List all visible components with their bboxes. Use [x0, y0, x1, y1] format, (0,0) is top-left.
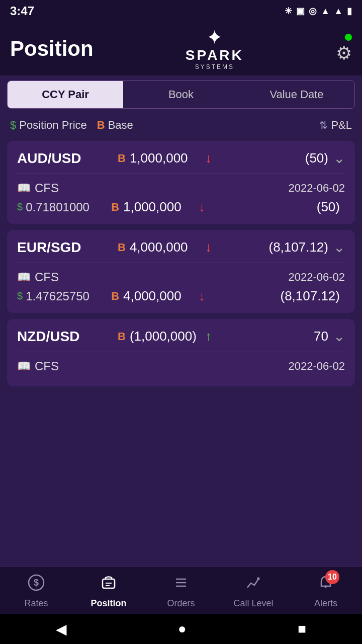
- nav-alerts[interactable]: 10 Alerts: [290, 574, 362, 609]
- book-icon: 📖: [17, 182, 31, 195]
- nav-call-level[interactable]: Call Level: [217, 574, 290, 609]
- base-pnl: (50): [317, 199, 340, 215]
- logo-name: SPARK: [186, 47, 244, 63]
- base-badge-2: B: [111, 201, 119, 214]
- logo: ✦ SPARK SYSTEMS: [186, 27, 244, 70]
- base-amount: 1,000,000: [123, 199, 194, 215]
- logo-subtitle: SYSTEMS: [195, 63, 234, 70]
- position-amount: (1,000,000): [130, 329, 200, 344]
- base-icon: B: [97, 119, 105, 132]
- column-headers: $ Position Price B Base ⇅ P&L: [0, 114, 362, 137]
- position-card-audusd[interactable]: AUD/USD B 1,000,000 ↓ (50) ⌄ 📖 CFS 2022-…: [7, 141, 355, 224]
- pnl-value: 70: [314, 329, 328, 344]
- pnl-value: (8,107.12): [268, 239, 328, 255]
- pair-name: EUR/SGD: [17, 239, 118, 256]
- col-pl: ⇅ P&L: [319, 119, 352, 132]
- rates-icon: $: [28, 574, 45, 595]
- call-level-label: Call Level: [233, 598, 273, 609]
- position-card-nzdusd[interactable]: NZD/USD B (1,000,000) ↑ 70 ⌄ 📖 CFS 2022-…: [7, 319, 355, 386]
- position-label: Position: [91, 598, 127, 609]
- wifi-icon: ▲: [321, 6, 330, 17]
- orders-icon: [172, 574, 190, 595]
- value-date: 2022-06-02: [288, 360, 345, 373]
- position-amount: 4,000,000: [130, 239, 200, 255]
- direction-icon: ↓: [199, 288, 205, 304]
- book-row: 📖 CFS 2022-06-02: [17, 270, 345, 284]
- app-header: Position ✦ SPARK SYSTEMS ⚙: [0, 22, 362, 75]
- direction-up-icon: ↑: [205, 329, 212, 344]
- logo-star-icon: ✦: [206, 27, 223, 47]
- book-row: 📖 CFS 2022-06-02: [17, 359, 345, 373]
- page-title: Position: [10, 37, 94, 61]
- position-price: 1.47625750: [26, 289, 111, 303]
- base-badge: B: [118, 241, 126, 254]
- pair-name: NZD/USD: [17, 329, 118, 345]
- position-price: 0.71801000: [26, 200, 111, 214]
- positions-list: AUD/USD B 1,000,000 ↓ (50) ⌄ 📖 CFS 2022-…: [0, 137, 362, 390]
- base-badge-2: B: [111, 290, 119, 303]
- notification-icon: ✳: [285, 6, 292, 17]
- pl-arrows-icon: ⇅: [319, 119, 328, 131]
- nav-orders[interactable]: Orders: [145, 574, 217, 609]
- value-date: 2022-06-02: [288, 182, 345, 195]
- alert-badge-wrap: 10: [317, 574, 334, 595]
- book-icon: 📖: [17, 271, 31, 284]
- orders-label: Orders: [167, 598, 195, 609]
- pair-name: AUD/USD: [17, 150, 118, 167]
- position-card-eursgd[interactable]: EUR/SGD B 4,000,000 ↓ (8,107.12) ⌄ 📖 CFS…: [7, 230, 355, 313]
- card-header-eursgd: EUR/SGD B 4,000,000 ↓ (8,107.12) ⌄: [17, 239, 345, 263]
- back-button[interactable]: ◀: [56, 621, 67, 637]
- card-detail-eursgd: 📖 CFS 2022-06-02 $ 1.47625750 B 4,000,00…: [17, 263, 345, 304]
- base-badge: B: [118, 152, 126, 165]
- book-name: CFS: [35, 181, 288, 195]
- base-badge: B: [118, 330, 126, 343]
- expand-icon[interactable]: ⌄: [333, 150, 345, 167]
- card-detail-nzdusd: 📖 CFS 2022-06-02: [17, 352, 345, 373]
- expand-icon[interactable]: ⌄: [333, 239, 345, 256]
- direction-icon: ↓: [199, 199, 205, 215]
- tab-value-date[interactable]: Value Date: [239, 81, 354, 108]
- price-row: $ 1.47625750 B 4,000,000 ↓ (8,107.12): [17, 288, 345, 304]
- nav-position[interactable]: Position: [72, 574, 145, 609]
- svg-text:$: $: [34, 578, 39, 588]
- book-icon: 📖: [17, 360, 31, 373]
- card-detail-audusd: 📖 CFS 2022-06-02 $ 0.71801000 B 1,000,00…: [17, 174, 345, 215]
- battery-icon: ▮: [347, 6, 352, 17]
- book-name: CFS: [35, 270, 288, 284]
- book-name: CFS: [35, 359, 288, 373]
- tab-ccy-pair[interactable]: CCY Pair: [8, 81, 123, 108]
- dollar-circle-icon: $: [10, 119, 16, 132]
- online-indicator: [345, 34, 352, 41]
- recent-button[interactable]: ■: [298, 621, 306, 637]
- expand-icon[interactable]: ⌄: [333, 328, 345, 345]
- status-bar: 3:47 ✳ ▣ ◎ ▲ ▲ ▮: [0, 0, 362, 22]
- nav-rates[interactable]: $ Rates: [0, 574, 72, 609]
- settings-icon[interactable]: ⚙: [336, 43, 352, 64]
- base-pnl: (8,107.12): [280, 288, 340, 304]
- card-header-audusd: AUD/USD B 1,000,000 ↓ (50) ⌄: [17, 150, 345, 174]
- direction-down-icon: ↓: [205, 150, 212, 166]
- rates-label: Rates: [24, 598, 48, 609]
- alerts-label: Alerts: [314, 598, 337, 609]
- circle-icon: ◎: [309, 6, 317, 17]
- bottom-nav: $ Rates Position Orders: [0, 567, 362, 614]
- sim-icon: ▣: [296, 6, 305, 17]
- book-row: 📖 CFS 2022-06-02: [17, 181, 345, 195]
- android-nav-bar: ◀ ● ■: [0, 614, 362, 644]
- position-icon: [100, 574, 117, 595]
- pnl-value: (50): [305, 150, 328, 166]
- price-dollar-icon: $: [17, 290, 23, 302]
- tab-bar: CCY Pair Book Value Date: [7, 80, 355, 109]
- status-icons: ✳ ▣ ◎ ▲ ▲ ▮: [285, 6, 352, 17]
- home-button[interactable]: ●: [178, 621, 187, 637]
- col-base: B Base: [97, 119, 133, 132]
- base-amount: 4,000,000: [123, 288, 194, 304]
- price-dollar-icon: $: [17, 201, 23, 213]
- col-position-price: $ Position Price: [10, 119, 87, 132]
- alert-count-badge: 10: [325, 570, 339, 584]
- header-right: ⚙: [336, 34, 352, 64]
- card-header-nzdusd: NZD/USD B (1,000,000) ↑ 70 ⌄: [17, 328, 345, 352]
- tab-book[interactable]: Book: [123, 81, 239, 108]
- value-date: 2022-06-02: [288, 271, 345, 284]
- status-time: 3:47: [10, 4, 34, 18]
